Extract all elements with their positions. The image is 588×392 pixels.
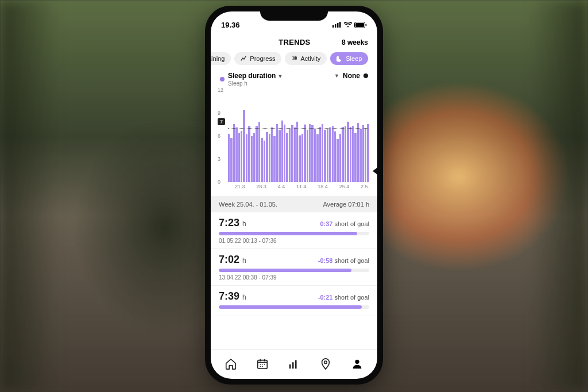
sleep-entry[interactable]: 7:39 h-0:21 short of goal: [211, 286, 377, 316]
chart-bar[interactable]: [276, 124, 278, 182]
chart-bar[interactable]: [253, 133, 255, 182]
tab-label: Activity: [300, 55, 320, 62]
chart-bar[interactable]: [251, 136, 253, 182]
page-title: TRENDS: [278, 38, 310, 46]
chart-bar[interactable]: [246, 134, 247, 182]
tab-activity[interactable]: Activity: [285, 52, 327, 65]
chart-bar[interactable]: [271, 127, 273, 182]
chart-bar[interactable]: [314, 129, 316, 182]
range-selector[interactable]: 8 weeks: [342, 38, 368, 46]
chart-bar[interactable]: [243, 110, 245, 182]
nav-home[interactable]: [224, 357, 238, 371]
chart-bar[interactable]: [294, 127, 296, 182]
phone-frame: 19.36 TRENDS 8 weeks aining: [205, 6, 383, 385]
chart-bar[interactable]: [273, 136, 275, 182]
tab-training[interactable]: aining: [211, 52, 231, 65]
chart-bar[interactable]: [296, 122, 298, 182]
summary-average: Average 07:01 h: [323, 201, 369, 208]
chart-bar[interactable]: [266, 132, 268, 182]
chart-bar[interactable]: [309, 124, 311, 182]
chart-bar[interactable]: [258, 122, 260, 182]
primary-metric[interactable]: Sleep duration ▼ Sleep h: [220, 72, 283, 87]
tab-progress[interactable]: Progress: [234, 52, 281, 65]
wifi-icon: [344, 22, 352, 28]
sleep-entry[interactable]: 7:23 h0:37 short of goal01.05.22 00:13 -…: [211, 212, 377, 249]
chart-bar[interactable]: [284, 125, 285, 182]
sleep-entry[interactable]: 7:02 h-0:58 short of goal13.04.22 00:38 …: [211, 249, 377, 286]
chart-bar[interactable]: [281, 121, 283, 182]
chart-bar[interactable]: [235, 127, 237, 182]
svg-point-17: [324, 360, 327, 363]
entry-progress-bar: [219, 269, 369, 272]
chart-bar[interactable]: [334, 131, 336, 182]
chart-bar[interactable]: [342, 127, 343, 182]
chart-bar[interactable]: [350, 127, 351, 182]
chart-bar[interactable]: [238, 133, 240, 182]
entry-timestamp: 13.04.22 00:38 - 07:39: [219, 274, 369, 281]
battery-icon: [354, 22, 367, 28]
primary-metric-label: Sleep duration: [228, 72, 276, 80]
chart-bar[interactable]: [324, 130, 326, 182]
chart-bar[interactable]: [359, 129, 361, 182]
chart-x-axis: 21.3.28.3.4.4.11.4.18.4.25.4.2.5.: [218, 184, 372, 189]
chart-bar[interactable]: [307, 130, 308, 182]
nav-calendar[interactable]: [256, 357, 269, 371]
secondary-metric[interactable]: ▼ None: [334, 72, 368, 80]
chart-y-tick: 3: [218, 156, 220, 162]
tab-sleep[interactable]: Sleep: [330, 52, 368, 65]
svg-point-11: [260, 366, 261, 367]
chart-bar[interactable]: [291, 125, 293, 182]
nav-trends[interactable]: [287, 357, 301, 371]
secondary-metric-label: None: [343, 72, 360, 80]
sleep-bar-chart[interactable]: 0369127: [218, 90, 372, 182]
chart-bar[interactable]: [367, 124, 369, 182]
chart-bar[interactable]: [336, 139, 338, 182]
chart-bar[interactable]: [278, 130, 280, 182]
progress-icon: [241, 55, 247, 62]
chart-bar[interactable]: [233, 124, 235, 182]
chart-x-tick: 4.4.: [278, 184, 287, 189]
chart-bar[interactable]: [304, 125, 305, 182]
status-time: 19.36: [221, 21, 240, 29]
entry-progress-bar: [219, 305, 369, 309]
chart-bar[interactable]: [241, 131, 242, 182]
chart-bar[interactable]: [261, 138, 262, 182]
chart-y-tick: 12: [218, 87, 223, 93]
chart-scroll-right-icon[interactable]: [373, 168, 377, 174]
chart-x-tick: 28.3.: [256, 184, 268, 189]
chart-bar[interactable]: [299, 135, 300, 182]
nav-map[interactable]: [319, 357, 332, 371]
chart-bar[interactable]: [365, 129, 366, 182]
chart-bar[interactable]: [354, 133, 356, 182]
chart-bar[interactable]: [256, 126, 257, 182]
chart-bar[interactable]: [301, 134, 303, 182]
chart-bar[interactable]: [327, 129, 328, 182]
chart-bar[interactable]: [286, 133, 288, 182]
chevron-down-icon: ▼: [277, 73, 283, 79]
chart-target-badge: 7: [218, 118, 225, 125]
entry-progress-bar: [219, 232, 369, 235]
chart-bar[interactable]: [357, 123, 359, 182]
entry-duration: 7:23 h: [219, 217, 246, 229]
svg-point-9: [262, 364, 263, 365]
chart-bar[interactable]: [329, 127, 331, 182]
chart-bar[interactable]: [264, 141, 265, 182]
chart-bar[interactable]: [352, 126, 354, 182]
chart-bar[interactable]: [311, 125, 313, 182]
nav-profile[interactable]: [350, 357, 364, 371]
chart-bar[interactable]: [248, 126, 250, 182]
chart-bar[interactable]: [316, 134, 318, 182]
chart-bar[interactable]: [289, 129, 291, 182]
chart-bar[interactable]: [230, 138, 232, 182]
chart-bar[interactable]: [332, 126, 334, 182]
chart-bar[interactable]: [322, 124, 323, 182]
chart-bar[interactable]: [228, 134, 230, 182]
chart-bar[interactable]: [347, 122, 349, 182]
chart-bar[interactable]: [362, 125, 364, 182]
entries-list[interactable]: 7:23 h0:37 short of goal01.05.22 00:13 -…: [211, 212, 377, 349]
chart-bar[interactable]: [269, 134, 270, 182]
svg-rect-1: [335, 24, 336, 28]
chart-bar[interactable]: [319, 127, 321, 182]
chart-bar[interactable]: [345, 126, 346, 182]
chart-bar[interactable]: [339, 134, 341, 182]
